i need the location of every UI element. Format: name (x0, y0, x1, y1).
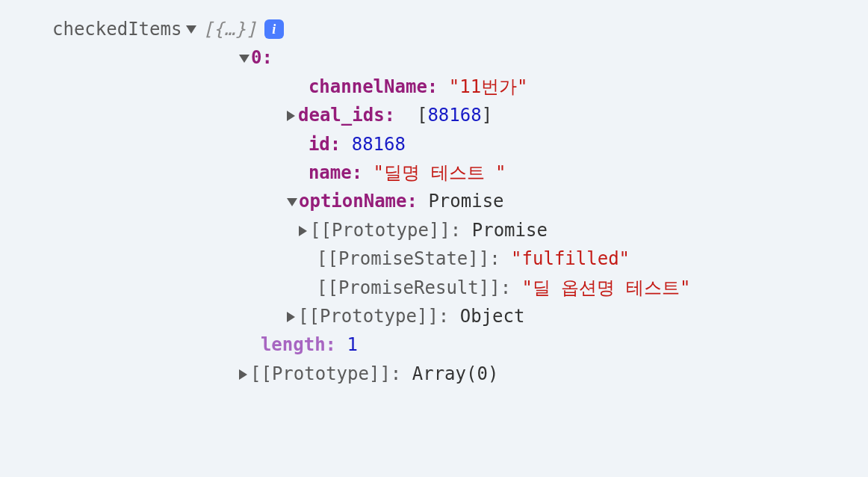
property-value-string: "딜 옵션명 테스트" (522, 277, 691, 298)
expand-toggle-icon[interactable] (299, 226, 307, 236)
property-value-object: Object (460, 306, 525, 327)
expand-toggle-icon[interactable] (239, 55, 249, 63)
property-value-number: 88168 (352, 134, 406, 155)
property-line-id: id: 88168 (287, 130, 846, 159)
property-value-number: 88168 (427, 105, 481, 126)
expand-toggle-icon[interactable] (287, 111, 295, 121)
property-line-channelname: channelName: "11번가" (287, 73, 846, 101)
property-line-prototype[interactable]: [[Prototype]]: Promise (299, 216, 846, 244)
info-icon[interactable]: i (264, 19, 284, 39)
property-key: deal_ids: (298, 105, 395, 126)
property-line-optionname[interactable]: optionName: Promise (287, 187, 846, 215)
array-index-line[interactable]: 0: (239, 43, 846, 72)
property-value-string: "fulfilled" (511, 248, 630, 269)
property-value-object: Array(0) (412, 363, 499, 384)
bracket: [ (417, 105, 427, 126)
bracket: ] (482, 105, 492, 126)
property-value-string: "11번가" (449, 76, 528, 97)
property-value-object: Promise (472, 220, 548, 241)
expand-toggle-icon[interactable] (287, 312, 295, 322)
variable-name: checkedItems (52, 15, 182, 43)
property-line-prototype[interactable]: [[Prototype]]: Object (287, 302, 846, 330)
property-key: length: (261, 334, 336, 355)
internal-property-key: [[Prototype]]: (310, 220, 461, 241)
expand-toggle-icon[interactable] (287, 198, 297, 206)
internal-property-key: [[Prototype]]: (250, 363, 401, 384)
expand-toggle-icon[interactable] (239, 369, 247, 380)
property-key: optionName: (299, 191, 418, 212)
property-line-promisestate: [[PromiseState]]: "fulfilled" (317, 244, 846, 273)
property-key: 0: (251, 47, 273, 68)
property-key: channelName: (309, 76, 438, 97)
property-line-dealids[interactable]: deal_ids: [88168] (287, 101, 846, 129)
property-key: name: (309, 162, 362, 183)
property-key: id: (309, 134, 341, 155)
property-line-length: length: 1 (239, 330, 846, 359)
property-value-string: "딜명 테스트 " (373, 162, 506, 183)
root-variable-line: checkedItems [{…}] i (52, 15, 846, 43)
property-value-number: 1 (347, 334, 358, 355)
internal-property-key: [[PromiseResult]]: (317, 277, 511, 298)
expand-toggle-icon[interactable] (186, 25, 196, 34)
internal-property-key: [[Prototype]]: (298, 306, 449, 327)
property-line-name: name: "딜명 테스트 " (287, 159, 846, 187)
array-summary: [{…}] (202, 15, 256, 43)
internal-property-key: [[PromiseState]]: (317, 248, 500, 269)
property-line-prototype[interactable]: [[Prototype]]: Array(0) (239, 360, 846, 388)
property-line-promiseresult: [[PromiseResult]]: "딜 옵션명 테스트" (317, 274, 846, 302)
property-value-object: Promise (428, 191, 503, 212)
